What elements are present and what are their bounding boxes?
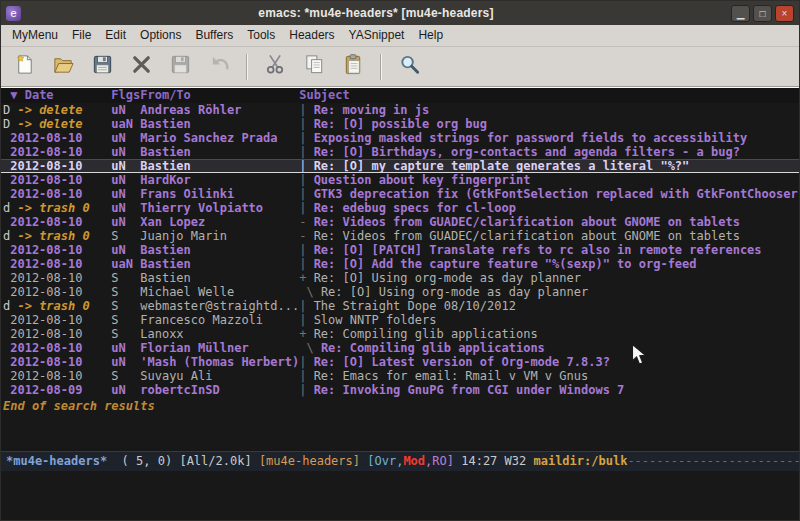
message-row[interactable]: 2012-08-10uNFlorian Müllner \ Re: Compil…: [1, 341, 799, 355]
message-row[interactable]: 2012-08-10uNBastien| Re: [O] Birthdays, …: [1, 145, 799, 159]
close-icon: ×: [782, 8, 788, 19]
headers-header-line: ▼ DateFlgsFrom/ToSubject: [1, 88, 799, 103]
message-subject: Re: Compiling glib applications: [321, 341, 545, 355]
message-row[interactable]: 2012-08-10SSuvayu Ali| Re: Emacs for ema…: [1, 369, 799, 383]
message-subject: Re: Videos from GUADEC/clarification abo…: [314, 229, 740, 243]
menu-item-headers[interactable]: Headers: [282, 25, 341, 46]
column-header-from[interactable]: From/To: [140, 88, 299, 103]
message-row[interactable]: 2012-08-10SMichael Welle \ Re: [O] Using…: [1, 285, 799, 299]
window-controls: ▁ □ ×: [731, 5, 794, 22]
message-from: Lanoxx: [140, 327, 299, 341]
modeline-segment-ro: ,RO]: [425, 454, 454, 468]
modeline-segment-buffer: *mu4e-headers*: [6, 454, 107, 468]
thread-separator: |: [299, 159, 313, 173]
column-header-flags[interactable]: Flgs: [111, 88, 140, 103]
message-row[interactable]: 2012-08-10uN'Mash (Thomas Herbert)| Re: …: [1, 355, 799, 369]
message-date: 2012-08-10: [3, 355, 111, 369]
message-from: Bastien: [140, 271, 299, 285]
message-row[interactable]: D -> deleteuaNBastien| Re: [O] possible …: [1, 117, 799, 131]
maximize-button[interactable]: □: [753, 5, 772, 22]
message-row[interactable]: d -> trash 0uNThierry Volpiatto| Re: ede…: [1, 201, 799, 215]
message-row[interactable]: d -> trash 0Swebmaster@straightd...| The…: [1, 299, 799, 313]
message-row[interactable]: 2012-08-10uNBastien| Re: [O] [PATCH] Tra…: [1, 243, 799, 257]
message-row[interactable]: 2012-08-10uaNBastien| Re: [O] Add the ca…: [1, 257, 799, 271]
message-from: Bastien: [140, 145, 299, 159]
toolbar-save-button[interactable]: [87, 52, 117, 82]
minimize-button[interactable]: ▁: [731, 5, 750, 22]
toolbar-kill-buffer-button[interactable]: [126, 52, 156, 82]
toolbar-save-as-button: [165, 52, 195, 82]
cut-icon: [264, 53, 287, 80]
message-subject: The Straight Dope 08/10/2012: [314, 299, 516, 313]
toolbar-paste-button[interactable]: [338, 52, 368, 82]
message-flags: S: [111, 369, 140, 383]
message-row[interactable]: 2012-08-10SFrancesco Mazzoli| Slow NNTP …: [1, 313, 799, 327]
message-date: 2012-08-10: [3, 341, 111, 355]
menu-item-file[interactable]: File: [65, 25, 98, 46]
message-flags: uN: [111, 173, 140, 187]
echo-area[interactable]: [1, 471, 799, 521]
emacs-logo-icon[interactable]: e: [6, 6, 21, 21]
message-flags: uN: [111, 341, 140, 355]
toolbar-search-button[interactable]: [394, 52, 424, 82]
message-date: 2012-08-10: [3, 173, 111, 187]
thread-separator: \: [299, 285, 321, 299]
message-subject: Re: [O] Birthdays, org-contacts and agen…: [314, 145, 740, 159]
thread-separator: |: [299, 369, 313, 383]
message-row[interactable]: D -> deleteuNAndreas Röhler| Re: moving …: [1, 103, 799, 117]
thread-separator: |: [299, 313, 313, 327]
message-subject: Re: Compiling glib applications: [314, 327, 538, 341]
menu-item-edit[interactable]: Edit: [98, 25, 133, 46]
thread-separator: |: [299, 103, 313, 117]
menu-item-tools[interactable]: Tools: [240, 25, 282, 46]
message-subject: Re: [O] Latest version of Org-mode 7.8.3…: [314, 355, 610, 369]
modeline-segment-ovr: [Ovr,: [367, 454, 403, 468]
message-date: 2012-08-10: [3, 131, 111, 145]
close-button[interactable]: ×: [775, 5, 794, 22]
message-flags: uN: [111, 243, 140, 257]
message-date: 2012-08-10: [3, 327, 111, 341]
toolbar-new-file-button[interactable]: [9, 52, 39, 82]
toolbar-separator: [246, 54, 248, 80]
message-date: d -> trash 0: [3, 201, 111, 215]
thread-separator: |: [299, 299, 313, 313]
message-row[interactable]: d -> trash 0SJuanjo Marin- Re: Videos fr…: [1, 229, 799, 243]
message-flags: uN: [111, 215, 140, 229]
message-row[interactable]: 2012-08-10uNXan Lopez- Re: Videos from G…: [1, 215, 799, 229]
message-row[interactable]: 2012-08-09uNrobertcInSD| Re: Invoking Gn…: [1, 383, 799, 397]
mark-action-label: -> trash 0: [10, 229, 89, 243]
mode-line[interactable]: *mu4e-headers* ( 5, 0) [All/2.0k] [mu4e-…: [1, 451, 799, 471]
message-from: Bastien: [140, 257, 299, 271]
column-header-date[interactable]: ▼ Date: [3, 88, 111, 103]
menu-item-yasnippet[interactable]: YASnippet: [342, 25, 412, 46]
message-from: Bastien: [140, 159, 299, 173]
buffer-area: ▼ DateFlgsFrom/ToSubject D -> deleteuNAn…: [1, 87, 799, 451]
message-row[interactable]: 2012-08-10uNBastien| Re: [O] my capture …: [1, 159, 799, 173]
message-from: webmaster@straightd...: [140, 299, 299, 313]
thread-separator: |: [299, 173, 313, 187]
menu-item-buffers[interactable]: Buffers: [188, 25, 240, 46]
message-row[interactable]: 2012-08-10SLanoxx+ Re: Compiling glib ap…: [1, 327, 799, 341]
toolbar-copy-button[interactable]: [299, 52, 329, 82]
menu-item-mymenu[interactable]: MyMenu: [5, 25, 65, 46]
message-subject: Exposing masked strings for password fie…: [314, 131, 747, 145]
menu-item-help[interactable]: Help: [411, 25, 450, 46]
message-date: 2012-08-09: [3, 383, 111, 397]
message-subject: Re: [O] Using org-mode as day planner: [321, 285, 588, 299]
message-flags: S: [111, 299, 140, 313]
message-flags: uN: [111, 187, 140, 201]
message-from: robertcInSD: [140, 383, 299, 397]
thread-separator: |: [299, 243, 313, 257]
message-row[interactable]: 2012-08-10uNFrans Oilinki| GTK3 deprecat…: [1, 187, 799, 201]
message-row[interactable]: 2012-08-10uNHardKor| Question about key …: [1, 173, 799, 187]
message-row[interactable]: 2012-08-10uNMario Sanchez Prada| Exposin…: [1, 131, 799, 145]
toolbar-open-file-button[interactable]: [48, 52, 78, 82]
column-header-subject[interactable]: Subject: [299, 88, 350, 102]
modeline-segment-mod: Mod: [403, 454, 425, 468]
message-row[interactable]: 2012-08-10SBastien+ Re: [O] Using org-mo…: [1, 271, 799, 285]
menu-item-options[interactable]: Options: [133, 25, 188, 46]
message-from: HardKor: [140, 173, 299, 187]
message-date: 2012-08-10: [3, 313, 111, 327]
toolbar-cut-button[interactable]: [260, 52, 290, 82]
thread-separator: |: [299, 145, 313, 159]
